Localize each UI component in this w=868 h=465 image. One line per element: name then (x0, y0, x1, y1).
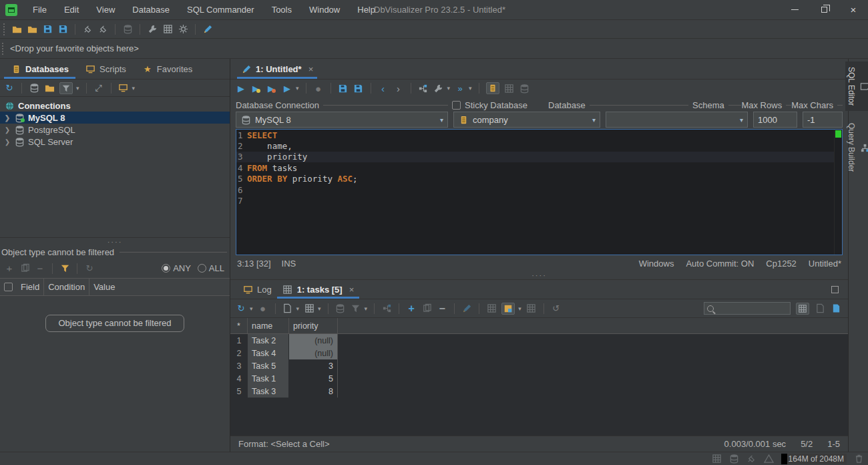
new-object-icon[interactable] (202, 24, 213, 35)
continue-chevron-icon[interactable]: ▾ (469, 85, 472, 92)
save-icon[interactable] (42, 24, 53, 35)
locate-in-tree-icon[interactable] (118, 83, 129, 94)
schema-dropdown[interactable]: ▾ (606, 112, 748, 128)
status-plug-icon[interactable] (746, 454, 757, 464)
connection-dropdown[interactable]: MySQL 8▾ (236, 112, 448, 128)
insert-row-icon[interactable]: + (406, 303, 417, 314)
open-recent-icon[interactable] (27, 24, 37, 35)
menu-database[interactable]: Database (124, 5, 178, 15)
code-line-6[interactable]: 6 (236, 184, 834, 195)
format-sql-icon[interactable] (504, 83, 515, 94)
disconnect-icon[interactable] (97, 24, 108, 35)
form-view-icon[interactable] (815, 303, 825, 314)
tree-root-connections[interactable]: Connections (0, 100, 230, 112)
execute-chevron-icon[interactable]: ▾ (296, 85, 299, 92)
expand-chevron-icon[interactable]: ❯ (4, 138, 11, 146)
cell-priority[interactable]: (null) (289, 347, 338, 359)
cell-priority[interactable]: (null) (289, 334, 338, 347)
continue-on-error-icon[interactable]: » (455, 83, 465, 94)
filter-add-icon[interactable]: + (4, 263, 15, 274)
grid-search-box[interactable] (704, 302, 791, 315)
cell-priority[interactable]: 8 (289, 385, 338, 398)
database-dropdown[interactable]: company▾ (453, 112, 600, 128)
cell-name[interactable]: Task 4 (248, 347, 289, 359)
grid-view-icon[interactable] (304, 303, 314, 314)
rerun-chevron-icon[interactable]: ▾ (250, 305, 253, 312)
collapse-all-icon[interactable]: ⤢ (93, 83, 104, 94)
result-filter-icon[interactable] (351, 303, 361, 314)
tree-filter-icon[interactable] (59, 82, 73, 94)
object-filter-button[interactable]: Object type cannot be filtered (45, 315, 184, 332)
editor-tab-close-icon[interactable]: × (308, 64, 314, 74)
locate-chevron-icon[interactable]: ▾ (132, 85, 136, 92)
compare-grid-icon[interactable] (526, 303, 537, 314)
cell-priority[interactable]: 3 (289, 359, 338, 372)
execute-icon[interactable]: ▶ (236, 83, 246, 94)
tab-query-builder-vertical[interactable]: Query Builder (845, 118, 868, 177)
filter-copy-icon[interactable] (19, 263, 30, 274)
delete-row-icon[interactable]: − (437, 303, 447, 314)
filter-refresh-icon[interactable]: ↻ (84, 263, 95, 274)
execute-buffer-icon[interactable]: ▶ (266, 83, 277, 94)
minimize-button[interactable] (780, 1, 809, 19)
menu-sql-commander[interactable]: SQL Commander (178, 5, 263, 15)
grid-search-input[interactable] (714, 304, 787, 313)
sidebar-tab-scripts[interactable]: Scripts (78, 59, 133, 79)
sql-commander-icon[interactable] (122, 24, 133, 35)
restore-button[interactable] (809, 1, 839, 19)
editor-save-as-icon[interactable] (353, 83, 364, 94)
cell-priority[interactable]: 5 (289, 372, 338, 385)
tree-item-mysql-8[interactable]: ❯MySQL 8 (0, 112, 230, 124)
tools-icon[interactable] (147, 24, 158, 35)
stop-icon[interactable]: ● (313, 83, 324, 94)
tab-log[interactable]: Log (237, 280, 277, 299)
code-line-3[interactable]: 3 priority (236, 152, 834, 162)
connect-icon[interactable] (82, 24, 93, 35)
toolbar-drag-handle[interactable] (3, 23, 7, 35)
tree-filter-chevron-icon[interactable]: ▾ (76, 85, 79, 92)
code-line-5[interactable]: 5ORDER BY priority ASC; (236, 174, 834, 184)
refresh-tree-icon[interactable]: ↻ (4, 83, 15, 94)
add-folder-icon[interactable] (44, 83, 55, 94)
left-splitter-handle[interactable]: ···· (0, 237, 230, 246)
highlight-changes-icon[interactable] (501, 303, 515, 315)
grid-col-name[interactable]: name (248, 318, 289, 333)
result-tab-close-icon[interactable]: × (349, 285, 355, 295)
close-button[interactable]: × (839, 1, 868, 19)
auto-complete-icon[interactable] (486, 82, 499, 94)
grid-mode-icon[interactable] (796, 303, 809, 315)
menu-file[interactable]: File (24, 5, 55, 15)
status-warning-icon[interactable] (764, 454, 775, 464)
code-line-7[interactable]: 7 (236, 195, 834, 206)
comment-icon[interactable] (519, 83, 530, 94)
max-rows-input[interactable] (753, 112, 797, 128)
export-result-icon[interactable] (831, 303, 841, 314)
sidebar-tab-favorites[interactable]: ★Favorites (136, 59, 199, 79)
open-file-icon[interactable] (11, 24, 22, 35)
export-grid-icon[interactable] (282, 303, 293, 314)
undo-changes-icon[interactable]: ↺ (551, 303, 562, 314)
query-builder-icon[interactable] (418, 83, 429, 94)
favorites-drag-handle[interactable] (2, 43, 6, 55)
maximize-results-icon[interactable] (831, 286, 839, 293)
results-splitter-handle[interactable]: ···· (230, 271, 848, 279)
tab-untitled[interactable]: 1: Untitled* × (237, 59, 317, 79)
driver-manager-icon[interactable] (178, 24, 188, 35)
editor-save-icon[interactable] (338, 83, 349, 94)
sql-editor[interactable]: 1SELECT2 name,3 priority4FROM tasks5ORDE… (236, 129, 843, 255)
rows-icon[interactable] (335, 303, 346, 314)
code-line-1[interactable]: 1SELECT (236, 130, 834, 140)
expand-chevron-icon[interactable]: ❯ (4, 114, 11, 122)
menu-view[interactable]: View (87, 5, 124, 15)
tools-chevron-icon[interactable]: ▾ (447, 85, 451, 92)
cell-name[interactable]: Task 3 (248, 385, 289, 398)
execute-explain-icon[interactable]: ▶ (282, 83, 292, 94)
filter-apply-icon[interactable] (59, 263, 70, 274)
menu-tools[interactable]: Tools (263, 5, 300, 15)
garbage-collect-icon[interactable] (853, 454, 864, 464)
add-connection-icon[interactable] (29, 83, 39, 94)
expand-chevron-icon[interactable]: ❯ (4, 126, 11, 134)
grid-view-chevron-icon[interactable]: ▾ (318, 305, 321, 312)
tree-item-sql-server[interactable]: ❯SQL Server (0, 136, 230, 148)
grid-col-priority[interactable]: priority (289, 318, 338, 333)
